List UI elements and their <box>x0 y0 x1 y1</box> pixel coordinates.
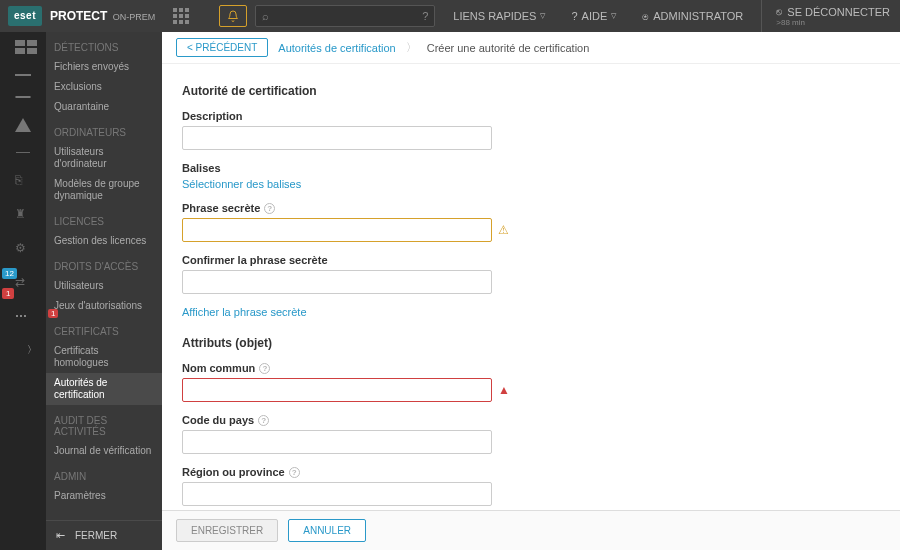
select-tags-link[interactable]: Sélectionner des balises <box>182 178 880 190</box>
logout-link[interactable]: ⎋SE DÉCONNECTER >88 min <box>761 0 900 32</box>
nav-sent-files[interactable]: Fichiers envoyés <box>46 57 162 77</box>
user-icon: ⍟ <box>642 10 649 22</box>
nav-group-licenses: LICENCES <box>46 206 162 231</box>
dashboard-icon[interactable] <box>15 40 31 54</box>
nav-quarantine[interactable]: Quarantaine <box>46 97 162 117</box>
nav-group-admin: ADMIN <box>46 461 162 486</box>
section-attributes: Attributs (objet) <box>182 336 880 350</box>
help-menu[interactable]: ?AIDE▽ <box>563 0 624 32</box>
rail-expand-icon[interactable]: 〉 <box>27 343 37 357</box>
nav-permission-sets[interactable]: Jeux d'autorisations <box>46 296 162 316</box>
show-passphrase-link[interactable]: Afficher la phrase secrète <box>182 306 880 318</box>
nav-settings[interactable]: Paramètres <box>46 486 162 506</box>
warning-icon: ⚠ <box>498 223 509 237</box>
search-icon: ⌕ <box>262 10 269 22</box>
label-tags: Balises <box>182 162 880 174</box>
rail-badge-error: 1 <box>2 288 14 299</box>
back-button[interactable]: < PRÉCÉDENT <box>176 38 268 57</box>
region-input[interactable] <box>182 482 492 506</box>
label-region: Région ou province? <box>182 466 880 478</box>
nav-group-detections: DÉTECTIONS <box>46 32 162 57</box>
chevron-down-icon: ▽ <box>611 12 616 20</box>
global-search[interactable]: ⌕ ? <box>255 5 435 27</box>
main-content: < PRÉCÉDENT Autorités de certification 〉… <box>162 32 900 550</box>
rail-icon-8[interactable]: ⚙ <box>15 241 31 255</box>
section-title: Autorité de certification <box>182 84 880 98</box>
confirm-passphrase-input[interactable] <box>182 270 492 294</box>
product-name: PROTECT ON-PREM <box>50 9 155 23</box>
nav-computer-users[interactable]: Utilisateurs d'ordinateur <box>46 142 162 174</box>
quick-links-menu[interactable]: LIENS RAPIDES▽ <box>445 0 553 32</box>
nav-license-mgmt[interactable]: Gestion des licences <box>46 231 162 251</box>
country-input[interactable] <box>182 430 492 454</box>
rail-icon-9[interactable]: ⇄ <box>15 275 31 289</box>
logout-icon: ⎋ <box>776 6 782 17</box>
monitor-icon[interactable] <box>15 96 31 98</box>
help-icon[interactable]: ? <box>258 415 269 426</box>
nav-group-access: DROITS D'ACCÈS <box>46 251 162 276</box>
label-common-name: Nom commun? <box>182 362 880 374</box>
rail-more-icon[interactable]: ⋯ <box>15 309 31 323</box>
error-icon: ▲ <box>498 383 510 397</box>
form-footer: ENREGISTRER ANNULER <box>162 510 900 550</box>
rail-badge-info: 12 <box>2 268 17 279</box>
icon-rail: ⎘ ♜ ⚙ ⇄ ⋯ 12 1 〉 <box>0 32 46 550</box>
warning-icon[interactable] <box>15 118 31 132</box>
nav-dynamic-groups[interactable]: Modèles de groupe dynamique <box>46 174 162 206</box>
nav-group-audit: AUDIT DES ACTIVITÉS <box>46 405 162 441</box>
help-icon[interactable]: ? <box>264 203 275 214</box>
label-confirm-passphrase: Confirmer la phrase secrète <box>182 254 880 266</box>
breadcrumb: < PRÉCÉDENT Autorités de certification 〉… <box>162 32 900 64</box>
common-name-input[interactable] <box>182 378 492 402</box>
label-passphrase: Phrase secrète? <box>182 202 880 214</box>
cancel-button[interactable]: ANNULER <box>288 519 366 542</box>
passphrase-input[interactable] <box>182 218 492 242</box>
app-header: eset PROTECT ON-PREM ⌕ ? LIENS RAPIDES▽ … <box>0 0 900 32</box>
chevron-right-icon: 〉 <box>406 40 417 55</box>
help-icon: ? <box>422 10 428 22</box>
rail-icon-7[interactable]: ♜ <box>15 207 31 221</box>
computers-icon[interactable] <box>15 74 31 76</box>
help-icon[interactable]: ? <box>289 467 300 478</box>
nav-group-computers: ORDINATEURS <box>46 117 162 142</box>
peer-certs-badge: 1 <box>48 309 58 318</box>
apps-icon[interactable] <box>173 8 189 24</box>
help-icon: ? <box>571 10 577 22</box>
nav-exclusions[interactable]: Exclusions <box>46 77 162 97</box>
nav-cert-authorities[interactable]: Autorités de certification <box>46 373 162 405</box>
side-nav: DÉTECTIONS Fichiers envoyés Exclusions Q… <box>46 32 162 550</box>
rail-icon-5[interactable] <box>16 152 30 153</box>
nav-group-certs: CERTIFICATS <box>46 316 162 341</box>
nav-users[interactable]: Utilisateurs <box>46 276 162 296</box>
label-country: Code du pays? <box>182 414 880 426</box>
breadcrumb-current: Créer une autorité de certification <box>427 42 590 54</box>
breadcrumb-parent[interactable]: Autorités de certification <box>278 42 395 54</box>
ca-form: Autorité de certification Description Ba… <box>162 64 900 510</box>
nav-audit-log[interactable]: Journal de vérification <box>46 441 162 461</box>
nav-peer-certs[interactable]: Certificats homologues <box>46 341 162 373</box>
save-button[interactable]: ENREGISTRER <box>176 519 278 542</box>
collapse-icon: ⇤ <box>56 529 65 542</box>
label-description: Description <box>182 110 880 122</box>
nav-close[interactable]: ⇤ FERMER <box>46 520 162 550</box>
user-menu[interactable]: ⍟ADMINISTRATOR <box>634 0 751 32</box>
brand-logo: eset <box>8 6 42 26</box>
description-input[interactable] <box>182 126 492 150</box>
help-icon[interactable]: ? <box>259 363 270 374</box>
chevron-down-icon: ▽ <box>540 12 545 20</box>
notifications-icon[interactable] <box>219 5 247 27</box>
rail-icon-6[interactable]: ⎘ <box>15 173 31 187</box>
